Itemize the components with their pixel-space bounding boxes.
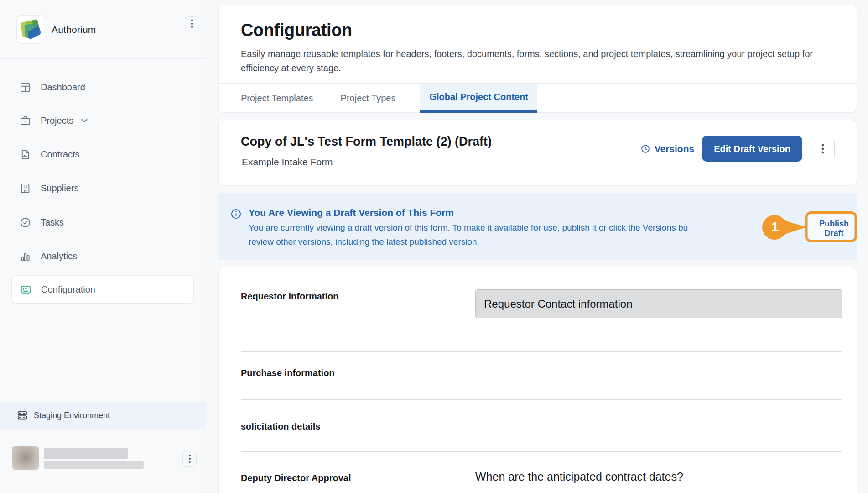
task-check-icon bbox=[19, 216, 31, 229]
section-divider bbox=[241, 399, 842, 400]
section-divider bbox=[241, 451, 842, 452]
section-label-requestor-information: Requestor information bbox=[241, 291, 338, 302]
environment-label: Staging Environment bbox=[34, 411, 110, 420]
edit-draft-version-button[interactable]: Edit Draft Version bbox=[702, 136, 802, 162]
kebab-icon bbox=[191, 19, 193, 28]
sidebar-item-tasks[interactable]: Tasks bbox=[0, 212, 206, 232]
sidebar-kebab-button[interactable] bbox=[186, 16, 198, 31]
banner-body-line2: review other versions, including the lat… bbox=[249, 237, 479, 247]
question-divider bbox=[475, 492, 842, 492]
user-email-redacted bbox=[44, 461, 144, 469]
tab-bar: Project Templates Project Types Global P… bbox=[238, 84, 537, 113]
sidebar-item-projects[interactable]: Projects bbox=[0, 110, 206, 131]
sidebar-item-label: Contracts bbox=[41, 149, 80, 160]
building-icon bbox=[19, 182, 31, 194]
user-avatar bbox=[12, 446, 39, 470]
form-config-icon bbox=[20, 283, 32, 296]
configuration-header-card: Configuration Easily manage reusable tem… bbox=[218, 5, 857, 113]
section-label-deputy-director-approval: Deputy Director Approval bbox=[241, 473, 351, 483]
user-kebab-button[interactable] bbox=[182, 451, 197, 467]
requestor-contact-field[interactable]: Requestor Contact information bbox=[475, 289, 842, 318]
kebab-icon bbox=[188, 454, 191, 463]
publish-draft-label-line2: Draft bbox=[814, 229, 854, 238]
section-label-solicitation-details: solicitation details bbox=[241, 421, 320, 432]
tab-project-templates[interactable]: Project Templates bbox=[238, 84, 316, 113]
kebab-icon bbox=[821, 143, 824, 154]
publish-draft-button[interactable]: Publish Draft bbox=[807, 214, 855, 240]
sidebar-item-label: Suppliers bbox=[41, 183, 78, 194]
versions-link[interactable]: Versions bbox=[641, 143, 695, 154]
sidebar-divider bbox=[0, 58, 206, 59]
tab-project-types[interactable]: Project Types bbox=[338, 84, 399, 113]
template-title: Copy of JL's Test Form Template (2) (Dra… bbox=[241, 135, 492, 149]
server-stack-icon bbox=[16, 409, 28, 421]
sidebar: Authorium Dashboard Projects Contracts bbox=[0, 0, 206, 493]
requestor-contact-field-value: Requestor Contact information bbox=[484, 298, 633, 310]
sidebar-item-configuration[interactable]: Configuration bbox=[11, 275, 194, 304]
environment-banner: Staging Environment bbox=[0, 402, 206, 429]
page-description: Easily manage reusable templates for hea… bbox=[241, 47, 843, 75]
banner-body-line1: You are currently viewing a draft versio… bbox=[249, 223, 688, 233]
versions-label: Versions bbox=[655, 143, 695, 154]
banner-heading: You Are Viewing a Draft Version of This … bbox=[249, 207, 454, 218]
template-kebab-button[interactable] bbox=[811, 137, 835, 161]
draft-version-banner: You Are Viewing a Draft Version of This … bbox=[218, 193, 857, 260]
form-question-contract-dates: When are the anticipated contract dates? bbox=[475, 470, 683, 483]
annotation-number: 1 bbox=[767, 219, 783, 235]
sidebar-item-label: Projects bbox=[41, 115, 73, 126]
clock-icon bbox=[641, 144, 650, 153]
sidebar-item-contracts[interactable]: Contracts bbox=[0, 144, 206, 164]
section-label-purchase-information: Purchase information bbox=[241, 368, 335, 378]
sidebar-item-label: Analytics bbox=[41, 251, 77, 262]
sidebar-item-label: Dashboard bbox=[41, 82, 85, 93]
publish-draft-label-line1: Publish bbox=[814, 219, 854, 229]
template-actions: Versions Edit Draft Version bbox=[641, 136, 835, 162]
tab-global-project-content[interactable]: Global Project Content bbox=[420, 84, 537, 113]
sidebar-item-dashboard[interactable]: Dashboard bbox=[0, 77, 206, 97]
template-subtitle: Example Intake Form bbox=[242, 157, 333, 168]
section-divider bbox=[241, 351, 842, 352]
page-title: Configuration bbox=[241, 21, 352, 40]
authorium-logo-icon bbox=[19, 18, 42, 41]
sidebar-item-label: Configuration bbox=[41, 284, 95, 295]
brand-name: Authorium bbox=[52, 24, 96, 35]
bar-chart-icon bbox=[19, 250, 31, 262]
chevron-down-icon bbox=[81, 118, 88, 123]
form-template-card: Copy of JL's Test Form Template (2) (Dra… bbox=[218, 120, 857, 185]
contract-document-icon bbox=[19, 148, 31, 161]
sidebar-item-suppliers[interactable]: Suppliers bbox=[0, 178, 206, 198]
user-name-redacted bbox=[44, 448, 128, 459]
briefcase-icon bbox=[19, 115, 31, 127]
annotation-balloon: 1 bbox=[761, 213, 812, 241]
sidebar-item-label: Tasks bbox=[41, 217, 64, 228]
app-logo bbox=[16, 15, 44, 44]
dashboard-icon bbox=[19, 81, 31, 94]
form-preview-card: Requestor information Requestor Contact … bbox=[218, 267, 857, 493]
sidebar-item-analytics[interactable]: Analytics bbox=[0, 246, 206, 266]
info-icon bbox=[230, 208, 242, 220]
